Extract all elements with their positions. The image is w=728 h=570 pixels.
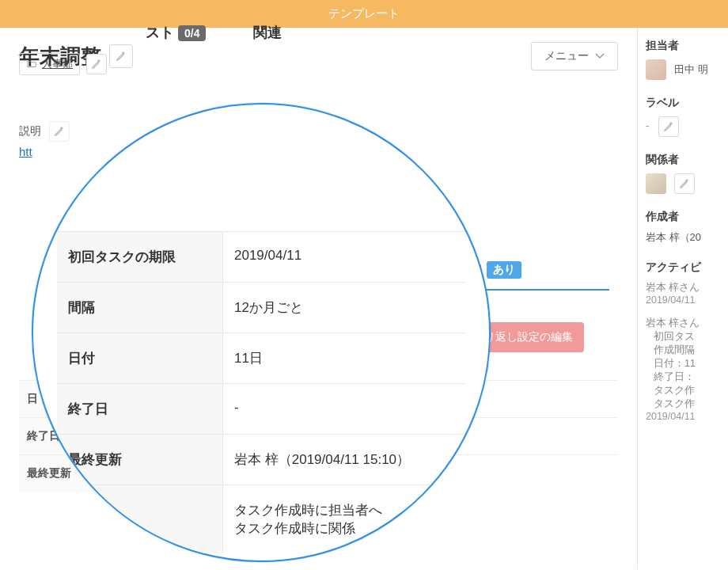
edit-description-button[interactable] [49, 121, 70, 142]
sidebar-related: 関係者 [646, 153, 720, 194]
th-first-deadline: 初回タスクの期限 [57, 232, 223, 282]
pencil-icon [54, 126, 65, 137]
edit-title-button[interactable] [109, 44, 133, 68]
status-badge: あり [487, 261, 521, 279]
table-row: 間隔 12か月ごと [57, 282, 465, 332]
table-row: 初回タスクの期限 2019/04/11 [57, 231, 465, 282]
active-tab-underline [467, 289, 609, 291]
label-value: - [646, 120, 649, 131]
breadcrumb[interactable]: 人事部 [19, 53, 80, 75]
folder-icon [26, 59, 37, 70]
breadcrumb-dept: 人事部 [42, 57, 73, 71]
th-notify-settings: 定 [57, 485, 223, 553]
recurrence-table: 初回タスクの期限 2019/04/11 間隔 12か月ごと 日付 11日 終了日… [57, 231, 465, 553]
td-date: 11日 [223, 333, 465, 383]
table-row: 日付 11日 [57, 332, 465, 383]
edit-label-button[interactable] [658, 116, 679, 137]
sidebar-label: ラベル - [646, 96, 720, 137]
activity-heading: アクティビ [646, 260, 720, 275]
assignee-name: 田中 明 [674, 63, 708, 77]
description-label: 説明 [19, 124, 41, 139]
table-row: 終了日 - [57, 383, 465, 434]
th-end-date: 終了日 [57, 384, 223, 434]
label-heading: ラベル [646, 96, 720, 110]
menu-button[interactable]: メニュー [531, 42, 618, 70]
activity-item: 岩本 梓さん 2019/04/11 [646, 281, 720, 306]
menu-button-label: メニュー [544, 49, 589, 63]
edit-related-button[interactable] [674, 173, 695, 194]
sidebar-assignee: 担当者 田中 明 [646, 39, 720, 80]
creator-heading: 作成者 [646, 210, 720, 224]
th-date: 日付 [57, 333, 223, 383]
sidebar: 担当者 田中 明 ラベル - 関係者 [637, 28, 728, 569]
pencil-icon [91, 59, 102, 70]
sidebar-activity: アクティビ 岩本 梓さん 2019/04/11 岩本 梓さん 初回タス 作成間隔… [646, 260, 720, 422]
td-first-deadline: 2019/04/11 [223, 232, 465, 282]
assignee-heading: 担当者 [646, 39, 720, 53]
edit-breadcrumb-button[interactable] [86, 54, 107, 74]
activity-item: 岩本 梓さん 初回タス 作成間隔 日付：11 終了日： タスク作 タスク作 20… [646, 317, 720, 422]
td-interval: 12か月ごと [223, 283, 465, 332]
template-banner-label: テンプレート [328, 6, 400, 20]
avatar [646, 59, 666, 80]
zoom-lens: 初回タスクの期限 2019/04/11 間隔 12か月ごと 日付 11日 終了日… [32, 103, 491, 562]
table-row: 最終更新 岩本 梓（2019/04/11 15:10） [57, 434, 465, 484]
sidebar-creator: 作成者 岩本 梓（20 [646, 210, 720, 245]
checklist-count-badge: 0/4 [178, 25, 206, 41]
main-pane: 年末調整 メニュー スト 0/4 関連 人事部 [0, 28, 637, 569]
pencil-icon [679, 178, 690, 189]
creator-name: 岩本 梓（20 [646, 230, 720, 245]
tab-related[interactable]: 関連 [253, 23, 282, 42]
td-last-updated: 岩本 梓（2019/04/11 15:10） [223, 435, 465, 484]
tab-checklist[interactable]: スト 0/4 [146, 23, 206, 42]
related-heading: 関係者 [646, 153, 720, 167]
avatar [646, 173, 666, 194]
pencil-icon [116, 51, 127, 62]
chevron-down-icon [595, 53, 605, 59]
td-end-date: - [223, 384, 465, 434]
pencil-icon [663, 121, 674, 132]
th-interval: 間隔 [57, 283, 223, 332]
